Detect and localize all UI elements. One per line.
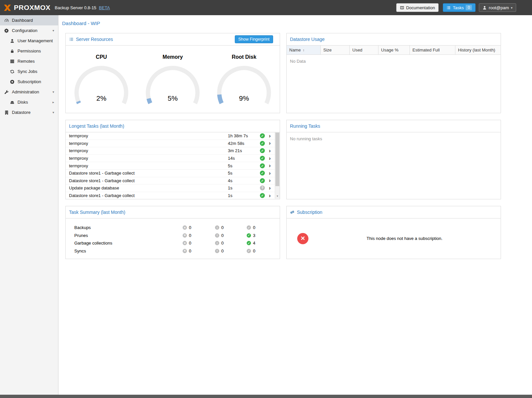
chevron-right-icon[interactable]: › bbox=[265, 185, 275, 191]
column-header-used[interactable]: Used bbox=[350, 46, 378, 54]
book-icon bbox=[400, 6, 404, 10]
chevron-right-icon[interactable]: › bbox=[265, 155, 275, 161]
product-version: Backup Server 0.8-15 bbox=[55, 5, 96, 10]
proxmox-logo: PROXMOX bbox=[3, 4, 51, 12]
sidebar-item-label: Permissions bbox=[18, 49, 41, 53]
task-name: Datastore store1 - Garbage collect bbox=[69, 178, 228, 183]
warning-count: 0 bbox=[221, 241, 224, 246]
datastore-usage-title: Datastore Usage bbox=[290, 37, 325, 42]
show-fingerprint-button[interactable]: Show Fingerprint bbox=[235, 35, 273, 43]
column-header-history[interactable]: History (last Month) bbox=[455, 46, 501, 54]
chevron-right-icon[interactable]: › bbox=[265, 148, 275, 154]
error-count: 0 bbox=[189, 241, 191, 246]
sidebar-item-subscription[interactable]: Subscription bbox=[0, 77, 58, 87]
gauge-label: Memory bbox=[137, 54, 208, 60]
summary-row-backups: Backups 0 0 0 bbox=[74, 224, 280, 232]
server-resources-icon bbox=[69, 37, 74, 42]
memory-gauge: Memory 5% bbox=[137, 54, 208, 113]
scrollbar-thumb[interactable] bbox=[275, 133, 279, 186]
chevron-right-icon[interactable]: › bbox=[265, 170, 275, 176]
gauge-value: 2% bbox=[70, 94, 133, 102]
task-summary-panel: Task Summary (last Month) Backups 0 0 0 bbox=[65, 206, 280, 259]
chevron-right-icon: ▸ bbox=[53, 100, 54, 104]
sidebar-item-permissions[interactable]: Permissions bbox=[0, 46, 58, 56]
chevron-right-icon[interactable]: › bbox=[265, 178, 275, 183]
beta-link[interactable]: BETA bbox=[99, 5, 110, 10]
error-status-icon bbox=[183, 225, 187, 230]
task-status-icon bbox=[260, 148, 265, 153]
sidebar-item-label: Sync Jobs bbox=[18, 69, 37, 74]
task-status-icon bbox=[260, 185, 265, 190]
wrench-icon bbox=[4, 90, 9, 94]
task-duration: 4s bbox=[228, 178, 260, 183]
task-row[interactable]: termproxy 42m 58s › bbox=[66, 140, 275, 148]
column-header-usage-pct[interactable]: Usage % bbox=[378, 46, 410, 54]
tasks-button[interactable]: Tasks 0 bbox=[443, 3, 476, 12]
ok-status-icon bbox=[247, 241, 251, 245]
sidebar-item-label: Subscription bbox=[18, 79, 41, 84]
sort-ascending-icon: ↑ bbox=[303, 48, 305, 52]
no-subscription-error-icon: ✕ bbox=[297, 233, 308, 244]
ok-count: 0 bbox=[253, 225, 255, 230]
chevron-right-icon[interactable]: › bbox=[265, 133, 275, 139]
user-menu-button[interactable]: root@pam ▾ bbox=[479, 3, 516, 12]
sidebar-item-label: Remotes bbox=[18, 59, 35, 64]
sidebar-item-configuration[interactable]: Configuration ▾ bbox=[0, 25, 58, 36]
documentation-button[interactable]: Documentation bbox=[396, 3, 439, 12]
warning-status-icon bbox=[215, 225, 219, 230]
top-header: PROXMOX Backup Server 0.8-15 BETA Docume… bbox=[0, 0, 532, 15]
scrollbar[interactable]: ▾ bbox=[275, 132, 280, 199]
task-row[interactable]: termproxy 3m 21s › bbox=[66, 147, 275, 155]
task-status-icon bbox=[260, 141, 265, 146]
subscription-title: Subscription bbox=[297, 210, 322, 215]
app-window: PROXMOX Backup Server 0.8-15 BETA Docume… bbox=[0, 0, 532, 398]
task-row[interactable]: Datastore store1 - Garbage collect 5s › bbox=[66, 170, 275, 177]
cpu-gauge: CPU 2% bbox=[66, 54, 137, 113]
task-duration: 5s bbox=[228, 171, 260, 176]
error-status-icon bbox=[183, 241, 187, 245]
user-menu-label: root@pam bbox=[489, 5, 509, 10]
task-row[interactable]: Update package database 1s › bbox=[66, 184, 275, 192]
sidebar-item-user-management[interactable]: User Management bbox=[0, 36, 58, 46]
column-header-size[interactable]: Size bbox=[321, 46, 350, 54]
task-row[interactable]: termproxy 14s › bbox=[66, 155, 275, 162]
task-duration: 5s bbox=[228, 163, 260, 168]
sidebar-item-datastore[interactable]: Datastore ▾ bbox=[0, 107, 58, 117]
gauge-value: 9% bbox=[213, 94, 275, 102]
ok-count: 3 bbox=[253, 233, 255, 238]
sidebar-item-label: Configuration bbox=[12, 28, 37, 33]
task-duration: 1h 38m 7s bbox=[228, 133, 260, 138]
life-ring-icon bbox=[10, 80, 15, 84]
summary-row-prunes: Prunes 0 0 3 bbox=[74, 232, 280, 240]
subscription-message: This node does not have a subscription. bbox=[308, 236, 501, 241]
server-stack-icon bbox=[10, 59, 15, 64]
task-name: termproxy bbox=[69, 141, 228, 146]
chevron-right-icon[interactable]: › bbox=[265, 193, 275, 199]
column-header-name[interactable]: Name↑ bbox=[287, 46, 321, 54]
task-duration: 3m 21s bbox=[228, 148, 260, 153]
sidebar-item-sync-jobs[interactable]: Sync Jobs bbox=[0, 66, 58, 77]
scrollbar-down-button[interactable]: ▾ bbox=[275, 194, 280, 199]
ok-status-icon bbox=[247, 233, 251, 238]
summary-row-syncs: Syncs 0 0 0 bbox=[74, 247, 280, 255]
chevron-right-icon[interactable]: › bbox=[265, 140, 275, 146]
task-row[interactable]: termproxy 1h 38m 7s › bbox=[66, 132, 275, 140]
sidebar-item-label: Datastore bbox=[12, 110, 30, 115]
ok-count: 4 bbox=[253, 241, 255, 246]
task-name: termproxy bbox=[69, 163, 228, 168]
task-name: Datastore store1 - Garbage collect bbox=[69, 193, 228, 198]
sidebar-item-dashboard[interactable]: Dashboard bbox=[0, 15, 58, 25]
sidebar-item-administration[interactable]: Administration ▾ bbox=[0, 87, 58, 97]
task-row[interactable]: termproxy 5s › bbox=[66, 162, 275, 170]
task-row[interactable]: Datastore store1 - Garbage collect 1s › bbox=[66, 192, 275, 199]
bottom-window-edge bbox=[0, 395, 532, 398]
sidebar: Dashboard Configuration ▾ User Managemen… bbox=[0, 15, 58, 395]
sidebar-item-label: Dashboard bbox=[12, 18, 33, 23]
task-row[interactable]: Datastore store1 - Garbage collect 4s › bbox=[66, 177, 275, 185]
column-header-estimated-full[interactable]: Estimated Full bbox=[410, 46, 455, 54]
sidebar-item-remotes[interactable]: Remotes bbox=[0, 56, 58, 66]
chevron-right-icon[interactable]: › bbox=[265, 163, 275, 169]
sidebar-item-disks[interactable]: Disks ▸ bbox=[0, 97, 58, 107]
datastore-usage-empty-text: No Data bbox=[287, 55, 501, 68]
task-status-icon bbox=[260, 171, 265, 176]
